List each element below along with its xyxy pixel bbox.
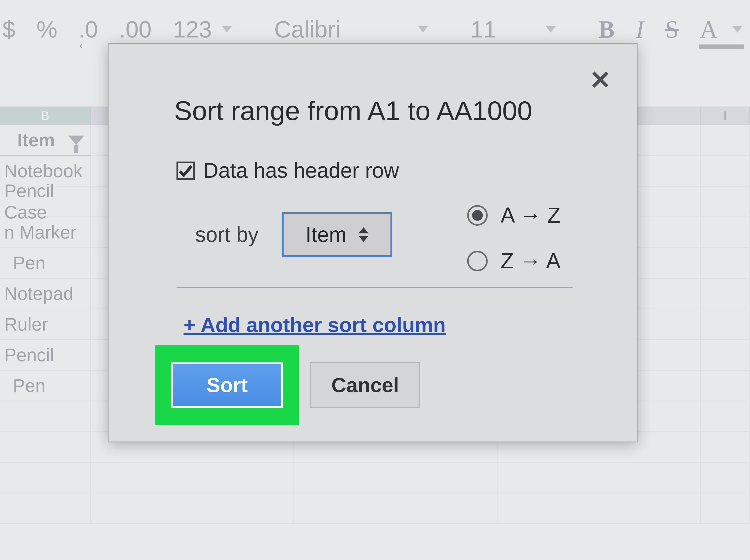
sort-by-label: sort by: [195, 223, 258, 247]
chevron-down-icon: [732, 26, 743, 33]
table-row: [0, 493, 750, 524]
currency-format-button[interactable]: $: [2, 16, 16, 43]
header-row-checkbox-label: Data has header row: [203, 159, 399, 183]
tutorial-highlight: Sort: [155, 345, 299, 425]
bold-button[interactable]: B: [598, 15, 614, 44]
header-row-checkbox[interactable]: Data has header row: [177, 159, 399, 183]
cell[interactable]: n Marker: [0, 217, 91, 248]
text-color-button[interactable]: A: [700, 15, 743, 44]
sort-button[interactable]: Sort: [171, 362, 283, 408]
dialog-title: Sort range from A1 to AA1000: [174, 95, 532, 126]
chevron-down-icon: [222, 26, 232, 33]
select-stepper-icon: [358, 227, 369, 242]
column-header-i[interactable]: I: [701, 106, 750, 125]
text-color-swatch: [699, 44, 744, 49]
divider: [177, 287, 573, 288]
cell[interactable]: Pencil Case: [0, 187, 91, 217]
close-icon: ✕: [589, 65, 611, 94]
cell[interactable]: Pen: [0, 248, 91, 278]
radio-icon: [467, 251, 488, 271]
table-row: [0, 463, 750, 493]
sort-desc-label: Z → A: [501, 249, 560, 273]
sort-asc-radio[interactable]: A → Z: [467, 203, 560, 228]
chevron-down-icon: [418, 26, 428, 33]
cell[interactable]: Ruler: [0, 309, 91, 340]
sort-desc-radio[interactable]: Z → A: [467, 249, 560, 273]
close-button[interactable]: ✕: [589, 67, 611, 93]
sort-asc-label: A → Z: [501, 203, 560, 228]
decrease-decimal-button[interactable]: .0 ←: [79, 16, 98, 43]
column-header-b[interactable]: B: [0, 106, 91, 125]
font-size-dropdown[interactable]: 11: [470, 16, 556, 43]
font-family-dropdown[interactable]: Calibri: [274, 16, 428, 43]
sort-range-dialog: ✕ Sort range from A1 to AA1000 Data has …: [108, 43, 637, 442]
sort-column-value: Item: [305, 223, 347, 247]
cell[interactable]: Pencil: [0, 340, 91, 371]
cancel-button[interactable]: Cancel: [310, 362, 420, 408]
filter-icon[interactable]: [68, 136, 84, 145]
radio-icon: [467, 205, 488, 226]
cell[interactable]: Pen: [0, 371, 91, 401]
chevron-down-icon: [546, 26, 556, 33]
cell[interactable]: Notepad: [0, 278, 91, 309]
number-format-dropdown[interactable]: 123: [173, 16, 232, 43]
italic-button[interactable]: I: [636, 15, 644, 44]
add-sort-column-link[interactable]: + Add another sort column: [183, 313, 446, 337]
strikethrough-button[interactable]: S: [665, 15, 678, 44]
sort-order-radio-group: A → Z Z → A: [467, 203, 560, 273]
header-cell-item: Item: [4, 129, 68, 151]
checkbox-icon: [177, 162, 195, 180]
percent-format-button[interactable]: %: [37, 16, 57, 43]
sort-column-select[interactable]: Item: [282, 212, 392, 257]
increase-decimal-button[interactable]: .00 →: [119, 16, 152, 43]
